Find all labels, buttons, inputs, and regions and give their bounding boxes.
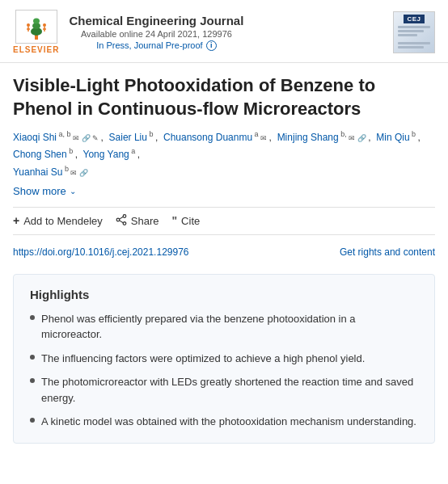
author-saier-liu[interactable]: Saier Liu	[109, 132, 147, 143]
svg-line-13	[119, 217, 123, 219]
author-sup-5: b	[410, 130, 418, 138]
doi-bar: https://doi.org/10.1016/j.cej.2021.12997…	[13, 242, 435, 266]
show-more-label: Show more	[13, 185, 66, 197]
thumb-line	[398, 26, 430, 28]
author-sup-4: b,	[339, 130, 349, 138]
author-min-qiu[interactable]: Min Qiu	[376, 132, 409, 143]
journal-title: Chemical Engineering Journal	[69, 14, 243, 27]
quote-icon: "	[171, 214, 177, 227]
thumb-line	[398, 34, 417, 36]
svg-point-4	[27, 23, 30, 27]
author-minjing-shang[interactable]: Minjing Shang	[277, 132, 339, 143]
highlights-title: Highlights	[30, 288, 418, 301]
author-sup-8: b	[62, 165, 70, 173]
share-icon	[116, 214, 127, 228]
list-item: Phenol was efficiently prepared via the …	[30, 311, 418, 343]
thumb-inner: CEJ	[394, 12, 434, 53]
share-label: Share	[131, 215, 159, 227]
list-item: The photomicroreactor with LEDs greatly …	[30, 374, 418, 406]
header-left: ELSEVIER Chemical Engineering Journal Av…	[13, 10, 243, 54]
author-sup-7: a	[129, 147, 137, 155]
thumb-lines-2	[398, 42, 430, 50]
doi-link[interactable]: https://doi.org/10.1016/j.cej.2021.12997…	[13, 246, 189, 258]
highlights-list: Phenol was efficiently prepared via the …	[30, 311, 418, 430]
author-icon-3: ✉	[260, 134, 269, 142]
elsevier-logo-box	[15, 10, 57, 44]
cite-button[interactable]: " Cite	[171, 214, 200, 227]
svg-point-12	[116, 218, 120, 221]
action-bar: + Add to Mendeley Share " Cite	[13, 207, 435, 235]
author-chong-shen[interactable]: Chong Shen	[13, 149, 67, 160]
author-icon-8: ✉ 🔗	[70, 169, 88, 177]
authors-section: Xiaoqi Shi a, b ✉ 🔗 ✎ , Saier Liu b , Ch…	[13, 128, 435, 180]
add-mendeley-label: Add to Mendeley	[23, 215, 103, 227]
share-button[interactable]: Share	[116, 214, 159, 228]
journal-press: In Press, Journal Pre-proof i	[69, 40, 243, 51]
journal-info: Chemical Engineering Journal Available o…	[69, 14, 243, 51]
thumb-lines	[398, 26, 430, 38]
highlights-section: Highlights Phenol was efficiently prepar…	[13, 274, 435, 444]
journal-press-text[interactable]: In Press, Journal Pre-proof	[96, 40, 202, 50]
author-yong-yang[interactable]: Yong Yang	[83, 149, 129, 160]
bullet-icon	[30, 315, 35, 320]
highlight-text-1: Phenol was efficiently prepared via the …	[41, 311, 418, 343]
thumb-badge: CEJ	[404, 15, 424, 23]
show-more-button[interactable]: Show more ⌄	[13, 185, 435, 197]
highlight-text-3: The photomicroreactor with LEDs greatly …	[41, 374, 418, 406]
svg-point-3	[33, 19, 40, 24]
chevron-down-icon: ⌄	[70, 187, 76, 196]
article-title: Visible-Light Photooxidation of Benzene …	[13, 74, 435, 120]
author-sup-3: a	[252, 130, 260, 138]
svg-point-10	[123, 214, 126, 217]
add-mendeley-button[interactable]: + Add to Mendeley	[13, 214, 103, 227]
journal-thumbnail[interactable]: CEJ	[393, 11, 435, 53]
list-item: The influencing factors were optimized t…	[30, 351, 418, 367]
list-item: A kinetic model was obtained with the ph…	[30, 414, 418, 430]
journal-available: Available online 24 April 2021, 129976	[69, 29, 243, 39]
author-yuanhai-su[interactable]: Yuanhai Su	[13, 166, 62, 178]
bullet-icon	[30, 355, 35, 360]
elsevier-tree-icon	[20, 14, 53, 40]
rights-link[interactable]: Get rights and content	[340, 246, 435, 258]
author-sup-6: b	[67, 147, 75, 155]
main-content: Visible-Light Photooxidation of Benzene …	[0, 63, 448, 444]
bullet-icon	[30, 378, 35, 383]
elsevier-label: ELSEVIER	[13, 45, 59, 54]
author-sup-1: a, b	[57, 130, 73, 138]
page-header: ELSEVIER Chemical Engineering Journal Av…	[0, 0, 448, 63]
svg-line-14	[119, 221, 123, 223]
info-icon[interactable]: i	[206, 40, 217, 51]
svg-point-11	[123, 221, 126, 225]
elsevier-logo[interactable]: ELSEVIER	[13, 10, 59, 54]
author-icon-4: ✉ 🔗	[349, 134, 368, 142]
thumb-line	[398, 46, 424, 48]
svg-point-7	[43, 23, 46, 27]
highlight-text-4: A kinetic model was obtained with the ph…	[41, 414, 416, 430]
highlight-text-2: The influencing factors were optimized t…	[41, 351, 365, 367]
author-xiaoqi-shi[interactable]: Xiaoqi Shi	[13, 132, 57, 143]
bullet-icon	[30, 418, 35, 423]
author-chuansong-duanmu[interactable]: Chuansong Duanmu	[163, 132, 252, 143]
cite-label: Cite	[181, 215, 200, 227]
author-sup-2: b	[147, 130, 155, 138]
thumb-line	[398, 42, 430, 44]
author-icon-1: ✉ 🔗 ✎	[73, 134, 101, 142]
plus-icon: +	[13, 214, 19, 227]
thumb-line	[398, 30, 424, 32]
